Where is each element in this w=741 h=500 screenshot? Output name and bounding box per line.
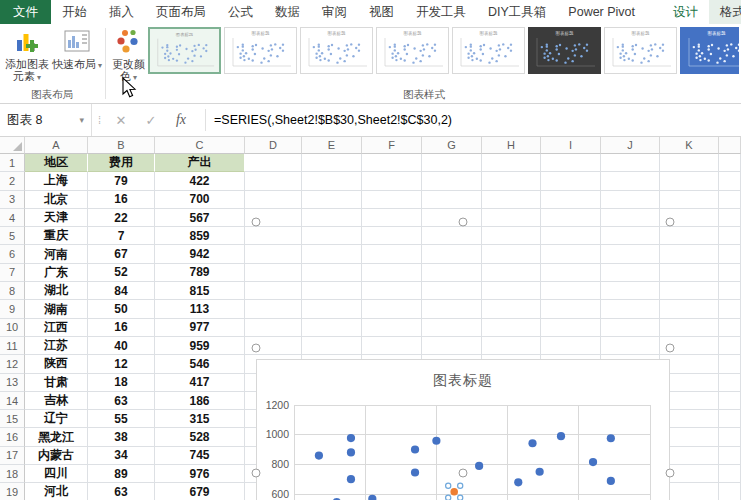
column-header-C[interactable]: C xyxy=(155,137,245,154)
cell[interactable] xyxy=(541,337,601,355)
cell[interactable] xyxy=(302,282,362,300)
column-header-I[interactable]: I xyxy=(541,137,601,154)
cell[interactable]: 河北 xyxy=(25,483,88,500)
cell[interactable] xyxy=(422,264,482,282)
cell[interactable] xyxy=(719,337,741,355)
cell[interactable] xyxy=(362,264,422,282)
cell[interactable]: 63 xyxy=(88,483,155,500)
cell[interactable] xyxy=(541,300,601,318)
cell[interactable]: 113 xyxy=(155,300,245,318)
cell[interactable] xyxy=(601,191,660,209)
cell[interactable]: 79 xyxy=(88,172,155,190)
row-header-6[interactable]: 6 xyxy=(0,245,25,263)
cell[interactable]: 湖北 xyxy=(25,282,88,300)
cell[interactable] xyxy=(660,172,719,190)
tab-data[interactable]: 数据 xyxy=(264,0,311,24)
cell[interactable] xyxy=(541,154,601,172)
column-header-F[interactable]: F xyxy=(362,137,422,154)
cell[interactable] xyxy=(302,245,362,263)
cell[interactable] xyxy=(422,209,482,227)
cell[interactable] xyxy=(660,264,719,282)
tab-view[interactable]: 视图 xyxy=(358,0,405,24)
row-header-5[interactable]: 5 xyxy=(0,227,25,245)
tab-page-layout[interactable]: 页面布局 xyxy=(145,0,217,24)
cell[interactable] xyxy=(719,191,741,209)
cell[interactable] xyxy=(601,282,660,300)
row-header-7[interactable]: 7 xyxy=(0,264,25,282)
cell[interactable]: 186 xyxy=(155,392,245,410)
cell[interactable] xyxy=(482,337,541,355)
row-header-18[interactable]: 18 xyxy=(0,465,25,483)
column-header-B[interactable]: B xyxy=(88,137,155,154)
cell[interactable] xyxy=(482,319,541,337)
cell[interactable] xyxy=(601,209,660,227)
cell[interactable] xyxy=(660,319,719,337)
cell[interactable] xyxy=(719,154,741,172)
cell[interactable]: 江苏 xyxy=(25,337,88,355)
cell[interactable] xyxy=(482,172,541,190)
data-point[interactable] xyxy=(528,439,536,447)
chart-style-thumbnail-style-6[interactable]: 图表标题 xyxy=(528,27,601,74)
cell[interactable] xyxy=(482,282,541,300)
cell[interactable]: 天津 xyxy=(25,209,88,227)
data-point[interactable] xyxy=(607,477,615,485)
cell[interactable] xyxy=(719,264,741,282)
cell[interactable] xyxy=(482,154,541,172)
cell[interactable] xyxy=(719,355,741,373)
cell[interactable]: 内蒙古 xyxy=(25,447,88,465)
cell[interactable] xyxy=(660,300,719,318)
chart-style-thumbnail-style-3[interactable]: 图表标题 xyxy=(300,27,373,74)
cell[interactable] xyxy=(302,264,362,282)
row-header-17[interactable]: 17 xyxy=(0,447,25,465)
cell[interactable] xyxy=(422,337,482,355)
select-all-corner[interactable] xyxy=(0,137,25,154)
cell[interactable] xyxy=(482,209,541,227)
cell[interactable] xyxy=(719,245,741,263)
chart-style-thumbnail-style-7[interactable]: 图表标题 xyxy=(604,27,677,74)
cell[interactable]: 重庆 xyxy=(25,227,88,245)
cell[interactable]: 679 xyxy=(155,483,245,500)
row-header-3[interactable]: 3 xyxy=(0,191,25,209)
cell[interactable] xyxy=(362,209,422,227)
chart-style-thumbnail-style-8[interactable]: 图表标题 xyxy=(680,27,739,74)
cell[interactable]: 广东 xyxy=(25,264,88,282)
tab-developer[interactable]: 开发工具 xyxy=(405,0,477,24)
cell[interactable] xyxy=(245,282,302,300)
cell[interactable] xyxy=(719,410,741,428)
tab-power-pivot[interactable]: Power Pivot xyxy=(557,0,646,24)
row-header-1[interactable]: 1 xyxy=(0,154,25,172)
cell[interactable] xyxy=(719,227,741,245)
cell[interactable] xyxy=(302,154,362,172)
cell[interactable]: 甘肃 xyxy=(25,374,88,392)
cell[interactable] xyxy=(601,154,660,172)
cell[interactable] xyxy=(362,191,422,209)
cell[interactable] xyxy=(601,337,660,355)
cell[interactable] xyxy=(245,319,302,337)
row-header-11[interactable]: 11 xyxy=(0,337,25,355)
cell[interactable] xyxy=(482,300,541,318)
data-point[interactable] xyxy=(475,462,483,470)
row-header-2[interactable]: 2 xyxy=(0,172,25,190)
data-point[interactable] xyxy=(315,451,323,459)
cell[interactable]: 959 xyxy=(155,337,245,355)
cell[interactable]: 84 xyxy=(88,282,155,300)
cell[interactable] xyxy=(482,191,541,209)
cell[interactable]: 陕西 xyxy=(25,355,88,373)
cell[interactable] xyxy=(362,172,422,190)
enter-button[interactable]: ✓ xyxy=(136,104,166,136)
tab-formulas[interactable]: 公式 xyxy=(217,0,264,24)
cell[interactable]: 吉林 xyxy=(25,392,88,410)
cell[interactable] xyxy=(601,227,660,245)
column-header-D[interactable]: D xyxy=(245,137,302,154)
cell[interactable] xyxy=(302,191,362,209)
cell[interactable]: 315 xyxy=(155,410,245,428)
cell[interactable]: 7 xyxy=(88,227,155,245)
tab-home[interactable]: 开始 xyxy=(51,0,98,24)
cell[interactable]: 55 xyxy=(88,410,155,428)
cell[interactable] xyxy=(541,191,601,209)
cell[interactable]: 18 xyxy=(88,374,155,392)
cell[interactable]: 67 xyxy=(88,245,155,263)
cell[interactable] xyxy=(719,374,741,392)
row-header-4[interactable]: 4 xyxy=(0,209,25,227)
cell[interactable] xyxy=(541,172,601,190)
